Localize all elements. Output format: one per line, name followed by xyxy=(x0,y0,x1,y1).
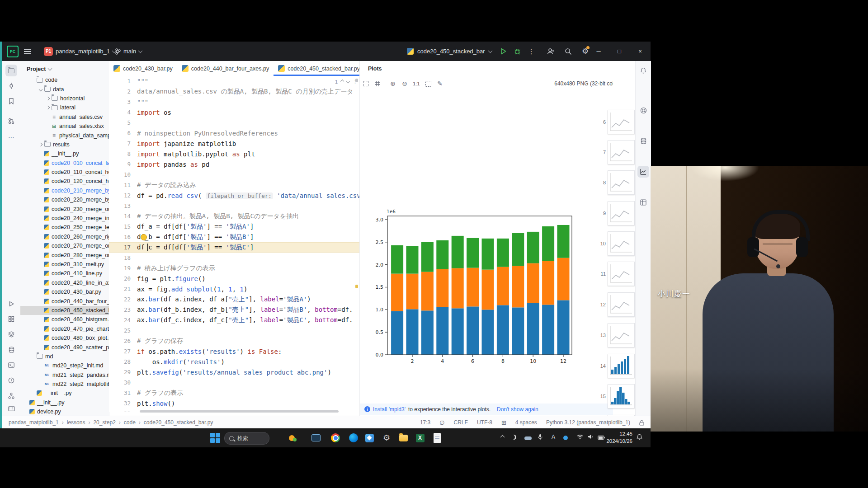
tree-item[interactable]: md21_step2_pandas.md xyxy=(20,371,109,380)
taskbar-clock[interactable]: 12:45 2024/10/26 xyxy=(606,430,632,445)
taskbar-search[interactable]: 検索 xyxy=(224,432,269,445)
tool-pull-requests-icon[interactable] xyxy=(5,115,17,127)
caret-position[interactable]: 17:3 xyxy=(420,419,430,426)
code-line[interactable]: 21ax = fig.add_subplot(1, 1, 1) xyxy=(109,284,359,294)
code-line[interactable]: 29plt.savefig('results/annual_sales_prod… xyxy=(109,367,359,377)
file-explorer-icon[interactable] xyxy=(397,432,409,444)
code-line[interactable]: 14# データの抽出。製品A, 製品B, 製品Cのデータを抽出 xyxy=(109,211,359,221)
task-view-icon[interactable] xyxy=(310,432,322,444)
code-line[interactable]: 30 xyxy=(109,377,359,388)
tool-python-packages-icon[interactable] xyxy=(5,328,17,340)
tree-item[interactable]: code20_450_stacked_bar.py xyxy=(20,306,109,315)
tree-item[interactable]: code20_220_merge_by_month_d xyxy=(20,195,109,204)
project-widget[interactable]: P1 pandas_matplotlib_1 xyxy=(44,42,116,61)
tool-commit-icon[interactable] xyxy=(5,80,17,92)
code-line[interactable]: 3""" xyxy=(109,97,359,107)
code-line[interactable]: 25 xyxy=(109,325,359,336)
code-line[interactable]: 2data/annual_sales.csv の製品A, 製品B, 製品C の月… xyxy=(109,86,359,97)
code-line[interactable]: 19# 積み上げ棒グラフの表示 xyxy=(109,263,359,273)
weather-widget-icon[interactable] xyxy=(287,432,298,444)
tree-item[interactable]: code20_420_line_in_axes.py xyxy=(20,278,109,287)
database-icon[interactable] xyxy=(637,135,649,147)
plot-thumbnail-row[interactable]: 6 xyxy=(599,110,635,134)
tree-item[interactable]: code20_260_merge_right.py xyxy=(20,232,109,241)
speaker-icon[interactable] xyxy=(588,434,594,441)
ime-indicator[interactable]: A xyxy=(552,434,555,440)
tree-item[interactable]: code20_280_merge_on_none.py xyxy=(20,250,109,259)
plot-thumbnail-row[interactable]: 7 xyxy=(599,140,635,164)
tree-item[interactable]: md xyxy=(20,352,109,361)
line-ending[interactable]: CRLF xyxy=(454,419,468,426)
inspections-widget[interactable]: 1 ⋮ xyxy=(319,78,358,86)
pen-icon[interactable]: ✎ xyxy=(434,80,446,87)
code-line[interactable]: 7import japanize_matplotlib xyxy=(109,138,359,149)
settings-gear-icon[interactable]: ⚙ xyxy=(582,47,589,56)
code-line[interactable]: 15df_a = df[df['製品'] == '製品A'] xyxy=(109,221,359,232)
lock-icon[interactable] xyxy=(639,420,644,426)
tool-run-icon[interactable] xyxy=(5,298,17,310)
editor-tab[interactable]: code20_440_bar_four_axes.py xyxy=(177,61,274,76)
zoom-in-icon[interactable]: ⊕ xyxy=(387,80,399,87)
tree-chevron-icon[interactable] xyxy=(46,97,50,100)
tree-item[interactable]: results xyxy=(20,140,109,149)
tool-more-icon[interactable]: ⋯ xyxy=(5,131,17,143)
code-line[interactable]: 20fig = plt.figure() xyxy=(109,273,359,284)
tree-item[interactable]: code20_460_histgram.py xyxy=(20,315,109,324)
code-editor[interactable]: 1"""2data/annual_sales.csv の製品A, 製品B, 製品… xyxy=(109,76,359,412)
tree-item[interactable]: code20_010_concat_lateral.py xyxy=(20,159,109,168)
start-button[interactable] xyxy=(209,432,221,444)
breadcrumb-item[interactable]: lessons xyxy=(67,419,85,426)
edge-icon[interactable] xyxy=(348,432,359,444)
tree-item[interactable]: code20_270_merge_on_multi.py xyxy=(20,241,109,250)
excel-icon[interactable]: X xyxy=(414,432,426,444)
code-line[interactable]: 18 xyxy=(109,253,359,263)
tree-item[interactable]: md22_step2_matplotlib.md xyxy=(20,380,109,389)
debug-button[interactable] xyxy=(514,48,521,55)
tree-item[interactable]: code20_250_merge_left.py xyxy=(20,223,109,232)
code-line[interactable]: 28 os.mkdir('results') xyxy=(109,357,359,367)
fit-zoom-icon[interactable] xyxy=(360,81,372,86)
add-user-icon[interactable] xyxy=(547,48,555,55)
code-line[interactable]: 11# データの読み込み xyxy=(109,180,359,190)
code-line[interactable]: 22ax.bar(df_a.index, df_a["売上"], label='… xyxy=(109,294,359,305)
thumbnail-image[interactable] xyxy=(608,110,635,134)
tree-item[interactable]: horizontal xyxy=(20,94,109,103)
tree-chevron-icon[interactable] xyxy=(46,106,50,109)
onedrive-icon[interactable] xyxy=(524,435,532,441)
highlighting-level-icon[interactable]: ∅ xyxy=(439,419,444,426)
tree-item[interactable]: md20_step2_init.md xyxy=(20,361,109,370)
tree-item[interactable]: device.py xyxy=(20,407,109,416)
thumbnail-image[interactable] xyxy=(608,140,635,164)
plots-tool-icon[interactable] xyxy=(637,166,649,178)
tree-item[interactable]: code20_470_pie_chart.py xyxy=(20,324,109,333)
tool-version-control-icon[interactable] xyxy=(5,390,17,402)
tree-item[interactable]: __init__.py xyxy=(20,398,109,407)
tool-terminal-icon[interactable] xyxy=(5,359,17,371)
thumbnail-image[interactable] xyxy=(608,170,635,195)
plot-thumbnail-row[interactable]: 15 xyxy=(599,384,635,408)
code-line[interactable]: 23ax.bar(df_b.index, df_b["売上"], label='… xyxy=(109,305,359,315)
breadcrumb-item[interactable]: pandas_matplotlib_1 xyxy=(9,419,59,426)
tree-item[interactable]: code20_490_scatter_plot.py xyxy=(20,343,109,352)
tree-item[interactable]: code20_310_melt.py xyxy=(20,260,109,269)
tool-project-icon[interactable] xyxy=(5,65,17,76)
close-button[interactable]: × xyxy=(630,42,651,61)
minimize-button[interactable]: ─ xyxy=(588,42,609,61)
python-interpreter[interactable]: Python 3.12 (pandas_matplotlib_1) xyxy=(546,419,630,426)
editor-horizontal-scrollbar[interactable] xyxy=(140,410,339,413)
code-line[interactable]: 12df = pd.read_csv( filepath_or_buffer: … xyxy=(109,190,359,201)
code-line[interactable]: 27if os.path.exists('results') is False: xyxy=(109,346,359,357)
run-configuration[interactable]: code20_450_stacked_bar ⋮ xyxy=(407,42,535,61)
plot-thumbnail-row[interactable]: 11 xyxy=(599,262,635,286)
zoom-out-icon[interactable]: ⊖ xyxy=(399,80,410,87)
maximize-button[interactable]: □ xyxy=(609,42,630,61)
settings-app-icon[interactable]: ⚙ xyxy=(381,432,392,444)
tree-item[interactable]: __init__.py xyxy=(20,149,109,158)
chrome-icon[interactable] xyxy=(330,432,341,444)
photos-app-icon[interactable] xyxy=(363,432,375,444)
tree-item[interactable]: __init__.py xyxy=(20,389,109,398)
plot-thumbnail-row[interactable]: 14 xyxy=(599,354,635,378)
more-actions-icon[interactable]: ⋮ xyxy=(528,47,535,56)
thumbnail-image[interactable] xyxy=(608,292,635,317)
tree-item[interactable]: data xyxy=(20,84,109,94)
